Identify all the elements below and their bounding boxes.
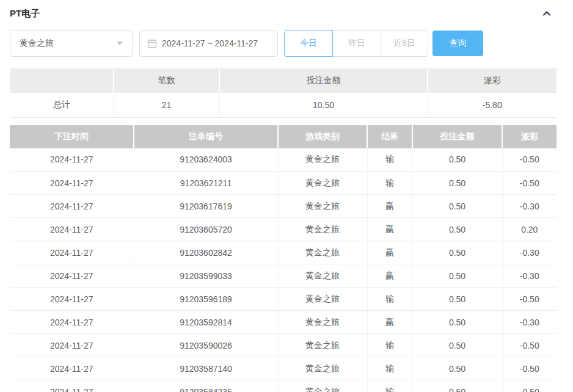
cell-game-type: 黄金之旅 [278,288,367,311]
summary-bet-amount-value: 10.50 [219,93,428,117]
cell-payout: 0.20 [502,218,557,241]
panel-title: PT电子 [10,8,40,20]
summary-header-empty [10,68,114,93]
cell-payout: -0.30 [502,241,557,264]
cell-game-type: 黄金之旅 [278,172,367,195]
cell-bet-amount: 0.50 [412,241,502,264]
cell-game-type: 黄金之旅 [278,264,367,288]
cell-bet-time: 2024-11-27 [10,148,134,172]
cell-bet-amount: 0.50 [412,380,502,392]
bets-header-bet-time: 下注时间 [10,125,134,148]
summary-header-payout: 派彩 [428,68,557,93]
cell-game-type: 黄金之旅 [278,334,367,357]
cell-bet-time: 2024-11-27 [10,218,134,241]
cell-bet-time: 2024-11-27 [10,264,134,288]
cell-bet-time: 2024-11-27 [10,288,134,311]
cell-order-id: 91203602842 [134,241,278,264]
summary-header-bet-amount: 投注金额 [219,68,428,93]
cell-bet-amount: 0.50 [412,172,502,195]
cell-result: 输 [367,357,412,380]
table-row: 2024-11-27 91203621211 黄金之旅 输 0.50 -0.50 [10,172,557,195]
cell-payout: -0.50 [502,380,557,392]
cell-result: 输 [367,172,412,195]
cell-result: 输 [367,288,412,311]
summary-table: 笔数 投注金额 派彩 总计 21 10.50 -5.80 [10,68,557,118]
cell-payout: -0.30 [502,311,557,334]
collapse-button[interactable] [540,7,553,20]
cell-result: 赢 [367,195,412,218]
summary-count-value: 21 [114,93,219,117]
cell-order-id: 91203599033 [134,264,278,288]
chevron-down-icon [117,42,123,45]
cell-bet-amount: 0.50 [412,264,502,288]
cell-bet-amount: 0.50 [412,288,502,311]
cell-bet-amount: 0.50 [412,311,502,334]
cell-result: 赢 [367,264,412,288]
bets-table-body: 2024-11-27 91203624003 黄金之旅 输 0.50 -0.50… [10,148,557,392]
table-row: 2024-11-27 91203624003 黄金之旅 输 0.50 -0.50 [10,148,557,172]
cell-order-id: 91203605720 [134,218,278,241]
summary-total-label: 总计 [10,93,114,117]
cell-order-id: 91203596189 [134,288,278,311]
bets-header-order-id: 注单编号 [134,125,278,148]
cell-order-id: 91203624003 [134,148,278,172]
cell-bet-amount: 0.50 [412,334,502,357]
bets-table: 下注时间 注单编号 游戏类别 结果 投注金额 派彩 2024-11-27 912… [10,125,557,392]
cell-result: 赢 [367,241,412,264]
table-row: 2024-11-27 91203596189 黄金之旅 输 0.50 -0.50 [10,288,557,311]
cell-payout: -0.50 [502,357,557,380]
cell-order-id: 91203584236 [134,380,278,392]
pt-electronics-panel: PT电子 黄金之旅 2024-11-27 ~ 2024- [0,0,573,392]
summary-header-count: 笔数 [114,68,219,93]
cell-bet-time: 2024-11-27 [10,357,134,380]
cell-game-type: 黄金之旅 [278,380,367,392]
cell-game-type: 黄金之旅 [278,218,367,241]
cell-bet-time: 2024-11-27 [10,311,134,334]
bets-header-result: 结果 [367,125,412,148]
cell-order-id: 91203621211 [134,172,278,195]
cell-result: 赢 [367,218,412,241]
cell-bet-time: 2024-11-27 [10,195,134,218]
cell-bet-amount: 0.50 [412,218,502,241]
cell-order-id: 91203590026 [134,334,278,357]
cell-payout: -0.50 [502,288,557,311]
panel-header: PT电子 [10,6,553,21]
summary-payout-value: -5.80 [428,93,557,117]
cell-game-type: 黄金之旅 [278,311,367,334]
cell-game-type: 黄金之旅 [278,241,367,264]
query-button[interactable]: 查询 [432,31,483,56]
cell-game-type: 黄金之旅 [278,148,367,172]
table-row: 2024-11-27 91203602842 黄金之旅 赢 0.50 -0.30 [10,241,557,264]
cell-bet-time: 2024-11-27 [10,241,134,264]
table-row: 2024-11-27 91203617619 黄金之旅 赢 0.50 -0.30 [10,195,557,218]
cell-game-type: 黄金之旅 [278,195,367,218]
calendar-icon [147,38,157,48]
filter-bar: 黄金之旅 2024-11-27 ~ 2024-11-27 今日 昨日 近8日 查… [10,30,573,57]
cell-bet-amount: 0.50 [412,148,502,172]
table-row: 2024-11-27 91203590026 黄金之旅 输 0.50 -0.50 [10,334,557,357]
game-select-value: 黄金之旅 [20,38,117,49]
range-button-today[interactable]: 今日 [284,30,333,57]
chevron-up-icon [541,7,553,20]
cell-order-id: 91203617619 [134,195,278,218]
date-range-value: 2024-11-27 ~ 2024-11-27 [162,38,258,48]
range-button-last8days[interactable]: 近8日 [381,30,428,57]
bets-header-row: 下注时间 注单编号 游戏类别 结果 投注金额 派彩 [10,125,557,148]
cell-result: 输 [367,380,412,392]
summary-header-row: 笔数 投注金额 派彩 [10,68,557,93]
date-range-input[interactable]: 2024-11-27 ~ 2024-11-27 [139,30,278,57]
cell-bet-time: 2024-11-27 [10,172,134,195]
table-row: 2024-11-27 91203587140 黄金之旅 输 0.50 -0.50 [10,357,557,380]
quick-range-group: 今日 昨日 近8日 [284,30,428,57]
cell-order-id: 91203587140 [134,357,278,380]
cell-bet-time: 2024-11-27 [10,380,134,392]
range-button-yesterday[interactable]: 昨日 [332,30,381,57]
table-row: 2024-11-27 91203592814 黄金之旅 赢 0.50 -0.30 [10,311,557,334]
cell-order-id: 91203592814 [134,311,278,334]
cell-bet-time: 2024-11-27 [10,334,134,357]
table-row: 2024-11-27 91203584236 黄金之旅 输 0.50 -0.50 [10,380,557,392]
game-select[interactable]: 黄金之旅 [10,30,133,57]
cell-bet-amount: 0.50 [412,357,502,380]
cell-game-type: 黄金之旅 [278,357,367,380]
cell-payout: -0.30 [502,264,557,288]
